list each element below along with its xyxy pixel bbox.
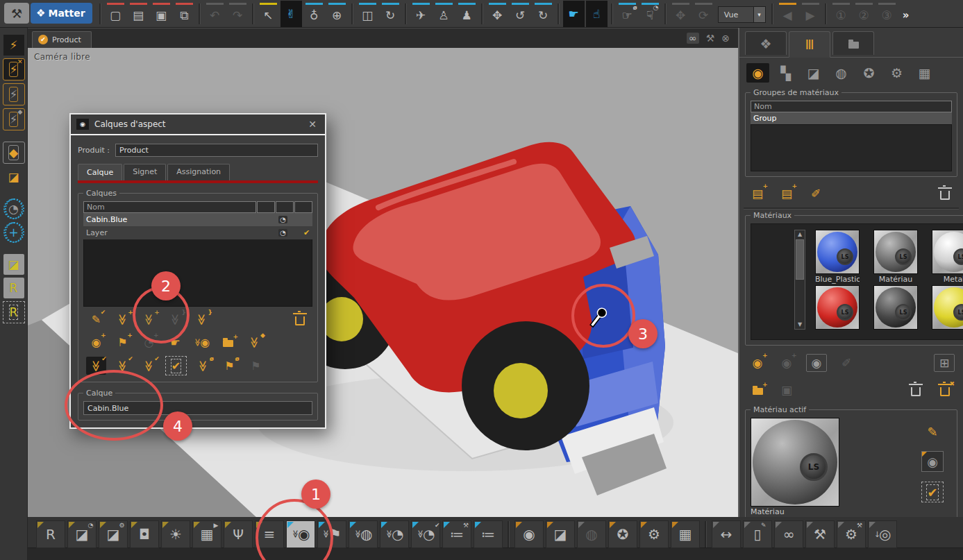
column-active[interactable] xyxy=(294,201,312,213)
purge-materials-button[interactable]: ✖ xyxy=(935,382,955,398)
column-lock[interactable] xyxy=(276,201,294,213)
fly-tool[interactable]: ✈ xyxy=(410,4,432,26)
camera-1-button[interactable]: ① xyxy=(830,4,852,26)
add-mode-button[interactable]: + xyxy=(3,222,24,243)
head-view-tool[interactable]: ♟ xyxy=(456,4,478,26)
save-as-button[interactable]: ⧉ xyxy=(174,4,195,26)
delete-material-button[interactable] xyxy=(906,382,926,398)
reset-view-button[interactable]: ⟳ xyxy=(693,4,714,26)
environment-layers-button[interactable]: ≫◍ xyxy=(349,520,378,548)
tag-hidden-button[interactable]: ⚑ø xyxy=(219,357,240,375)
material-item-Blue_Plastic[interactable]: LSBlue_Plastic xyxy=(815,230,860,285)
walk-tool[interactable]: ♙ xyxy=(433,4,455,26)
app-menu-wrench-button[interactable]: ⚒ xyxy=(4,3,29,24)
new-file-button[interactable]: ▢ xyxy=(105,4,126,26)
dialog-tab-assignation[interactable]: Assignation xyxy=(167,164,230,180)
layers-hidden-button[interactable]: ≫ø xyxy=(193,357,213,375)
thumbnail-layout-button[interactable]: ⊞ xyxy=(934,354,955,372)
material-item-unnamed-5[interactable]: LS xyxy=(932,285,963,340)
scroll-down-icon[interactable]: ▼ xyxy=(798,321,802,329)
eye-icon[interactable]: ◔ xyxy=(278,229,287,237)
redo-button[interactable]: ↷ xyxy=(227,4,249,26)
textures-library-button[interactable]: ◪ xyxy=(546,520,575,548)
viewport-tab-product[interactable]: ✔ Product xyxy=(32,31,92,48)
cat-effects-button[interactable]: ⚙ xyxy=(885,63,908,83)
render-window-button[interactable]: ⚡ xyxy=(3,83,25,105)
extract-layer-button[interactable]: ≫} xyxy=(192,310,212,328)
tag-disabled-button[interactable]: ⚑ xyxy=(246,357,266,375)
group-list-empty-area[interactable] xyxy=(751,124,952,171)
pan-hand-tool[interactable]: ✌ xyxy=(280,1,302,27)
clean-group-button[interactable]: ✐ xyxy=(806,185,826,202)
cat-textures-button[interactable]: ▚ xyxy=(774,63,797,83)
dialog-tab-calque[interactable]: Calque xyxy=(78,164,122,180)
active-material-thumbnail[interactable]: LSMatériau xyxy=(751,418,839,518)
apply-material-button[interactable]: ✔ xyxy=(921,482,944,502)
capture-frame-button[interactable]: ◆ xyxy=(3,142,25,164)
material-item-unnamed-3[interactable]: LS xyxy=(815,285,860,340)
cat-images-button[interactable]: ◪ xyxy=(802,63,825,83)
presentation-button[interactable]: ◪ xyxy=(3,167,24,187)
effects-library-button[interactable]: ⚙ xyxy=(639,520,669,548)
material-item-unnamed-4[interactable]: LS xyxy=(873,285,918,340)
previous-view-button[interactable]: ◀ xyxy=(777,4,798,26)
render-region-button[interactable]: R xyxy=(3,301,25,323)
orbit-tool[interactable]: ♁ xyxy=(303,4,325,26)
next-view-button[interactable]: ▶ xyxy=(800,4,821,26)
material-item-Metal[interactable]: LSMetal xyxy=(932,230,963,285)
toolbar-overflow-button[interactable]: » xyxy=(903,9,910,22)
show-layer-alt-button[interactable]: ≫✔ xyxy=(139,357,159,375)
scroll-thumb[interactable] xyxy=(796,239,804,280)
column-eye[interactable] xyxy=(257,201,275,213)
viewport-close-button[interactable]: ⊗ xyxy=(721,33,730,44)
matter-logo-button[interactable]: ❖ Matter xyxy=(31,3,92,24)
interact-tool[interactable]: ☛ xyxy=(563,1,585,27)
active-material-ball-button[interactable]: ◉ xyxy=(921,451,944,472)
produit-field[interactable]: Product xyxy=(115,144,318,157)
new-material-button[interactable]: ◉+ xyxy=(748,355,767,371)
cat-postprocess-button[interactable]: ▦ xyxy=(913,63,936,83)
render-window-off-button[interactable]: ⚡✕ xyxy=(3,58,25,80)
camera-orbit-tool[interactable]: ↻ xyxy=(380,4,401,26)
gear-tools-button[interactable]: ⚙⚒ xyxy=(837,520,866,548)
snapshot-history-button[interactable]: ◪◔ xyxy=(67,520,97,548)
extract-to-layer-button[interactable]: ≫◆ xyxy=(244,333,265,351)
materials-library-button[interactable]: ◉ xyxy=(514,520,544,548)
observe-mode-button[interactable]: ◔ xyxy=(3,198,24,219)
render-output-button[interactable]: R xyxy=(3,278,24,298)
assign-to-layer-button[interactable]: ☛ xyxy=(165,333,185,351)
new-material-layer-button[interactable]: ◉+ xyxy=(86,333,106,351)
new-tag-layer-button[interactable]: ⚑+ xyxy=(112,333,133,351)
move-view-button[interactable]: ✥ xyxy=(670,4,692,26)
camera-frame-tool[interactable]: ◫ xyxy=(357,4,378,26)
save-material-button[interactable]: ▣ xyxy=(777,382,796,398)
material-layers-button[interactable]: ≫◉ xyxy=(192,333,212,351)
tools-button[interactable]: ⚒ xyxy=(805,520,835,548)
shapes-library-button[interactable]: ✪ xyxy=(608,520,637,548)
lighting-button[interactable]: ☀ xyxy=(161,520,190,548)
controller-button[interactable]: Ψ xyxy=(224,520,253,548)
rotate-manipulator[interactable]: ↺ xyxy=(510,4,531,26)
cat-environments-button[interactable]: ◍ xyxy=(830,63,853,83)
scroll-up-icon[interactable]: ▲ xyxy=(798,230,802,239)
view-dropdown[interactable]: Vue▾ xyxy=(718,6,766,23)
material-item-Matériau[interactable]: LSMatériau xyxy=(873,230,918,285)
realtime-render-toggle[interactable]: ⚡ xyxy=(3,35,24,56)
group-row[interactable]: Group xyxy=(751,112,952,124)
validate-layers-button[interactable]: ≫◔✔ xyxy=(411,520,440,548)
move-manipulator[interactable]: ✥ xyxy=(487,4,508,26)
measure-button[interactable]: ↔ xyxy=(712,520,741,548)
postprocess-library-button[interactable]: ▦ xyxy=(671,520,700,548)
rtab-shapes[interactable]: ❖ xyxy=(745,31,787,55)
select-tool[interactable]: ↖ xyxy=(258,4,279,26)
new-visibility-layer-button[interactable]: ◔+ xyxy=(139,333,159,351)
clean-material-button[interactable]: ✐ xyxy=(837,355,856,371)
validate-pipette-button[interactable]: ✎✔ xyxy=(86,310,106,328)
layer-table-empty-area[interactable] xyxy=(83,239,312,307)
layer-row-layer[interactable]: Layer◔✔ xyxy=(83,226,312,239)
settings-sliders-button[interactable]: ≡ xyxy=(255,520,284,548)
extract-layer-disabled-button[interactable]: ≫} xyxy=(165,310,185,328)
select-validate-button[interactable]: ✔ xyxy=(165,356,187,375)
stereo-glasses-button[interactable]: ∞ xyxy=(774,520,803,548)
link-cameras-button[interactable]: ∞ xyxy=(687,33,699,44)
